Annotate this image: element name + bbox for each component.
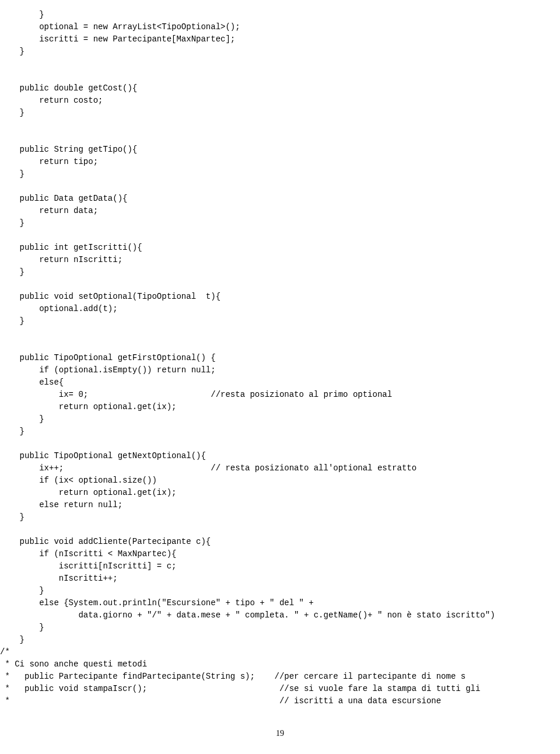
code-line: } [0, 622, 560, 634]
code-line [0, 327, 560, 340]
java-code-block: } optional = new ArrayList<TipoOptional>… [0, 9, 560, 707]
code-line: } [0, 634, 560, 646]
code-line [0, 180, 560, 193]
code-line: data.giorno + "/" + data.mese + " comple… [0, 609, 560, 622]
code-line: * public void stampaIscr(); //se si vuol… [0, 683, 560, 695]
code-line [0, 229, 560, 242]
code-line: iscritti = new Partecipante[MaxNpartec]; [0, 33, 560, 46]
code-line [0, 278, 560, 291]
code-line [0, 131, 560, 144]
code-line: public String getTipo(){ [0, 144, 560, 156]
code-line: } [0, 107, 560, 119]
code-line: } [0, 266, 560, 278]
code-line: * Ci sono anche questi metodi [0, 658, 560, 671]
code-line: nIscritti++; [0, 573, 560, 585]
code-line: optional = new ArrayList<TipoOptional>()… [0, 21, 560, 33]
page-container: } optional = new ArrayList<TipoOptional>… [0, 0, 560, 754]
code-line: ix++; // resta posizionato all'optional … [0, 462, 560, 474]
code-line: return tipo; [0, 156, 560, 168]
code-line: iscritti[nIscritti] = c; [0, 560, 560, 573]
code-line [0, 58, 560, 70]
code-line: } [0, 9, 560, 21]
code-line: optional.add(t); [0, 303, 560, 315]
code-line: if (optional.isEmpty()) return null; [0, 364, 560, 376]
code-line: * // iscritti a una data escursione [0, 695, 560, 707]
code-line [0, 70, 560, 82]
code-line: public TipoOptional getFirstOptional() { [0, 352, 560, 364]
code-line: if (nIscritti < MaxNpartec){ [0, 548, 560, 560]
code-line: /* [0, 646, 560, 658]
code-line: public int getIscritti(){ [0, 242, 560, 254]
code-line [0, 340, 560, 352]
code-line: } [0, 511, 560, 523]
code-line: } [0, 425, 560, 438]
code-line: public void addCliente(Partecipante c){ [0, 536, 560, 548]
code-line: if (ix< optional.size()) [0, 474, 560, 487]
code-line: } [0, 168, 560, 180]
code-line: return optional.get(ix); [0, 487, 560, 499]
code-line: public Data getData(){ [0, 193, 560, 205]
code-line: } [0, 46, 560, 58]
code-line: return costo; [0, 95, 560, 107]
code-line: public double getCost(){ [0, 82, 560, 95]
code-line [0, 523, 560, 536]
page-number: 19 [0, 727, 560, 739]
code-line: } [0, 315, 560, 327]
code-line: public TipoOptional getNextOptional(){ [0, 450, 560, 462]
code-line: else {System.out.println("Escursione" + … [0, 597, 560, 609]
code-line [0, 119, 560, 131]
code-line: } [0, 217, 560, 229]
code-line: return data; [0, 205, 560, 217]
code-line: } [0, 413, 560, 425]
code-line: return optional.get(ix); [0, 401, 560, 413]
code-line: return nIscritti; [0, 254, 560, 266]
code-line: ix= 0; //resta posizionato al primo opti… [0, 389, 560, 401]
code-line: else{ [0, 376, 560, 389]
code-line [0, 438, 560, 450]
code-line: } [0, 585, 560, 597]
code-line: * public Partecipante findPartecipante(S… [0, 671, 560, 683]
code-line: else return null; [0, 499, 560, 511]
code-line: public void setOptional(TipoOptional t){ [0, 291, 560, 303]
